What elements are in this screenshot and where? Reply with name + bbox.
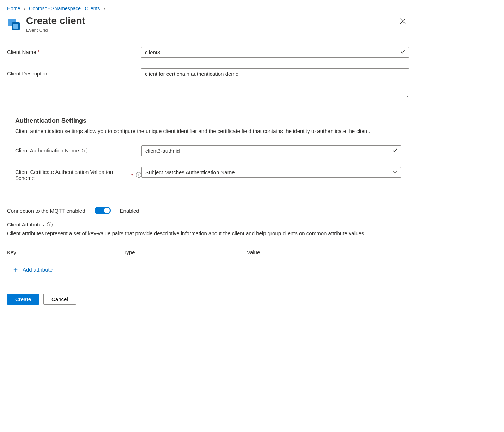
auth-name-input[interactable] [141, 145, 401, 156]
auth-section-title: Authentication Settings [15, 117, 401, 124]
validation-scheme-select[interactable]: Subject Matches Authentication Name [141, 167, 401, 178]
client-description-input[interactable]: client for cert chain authentication dem… [141, 68, 409, 97]
info-icon[interactable]: i [47, 222, 53, 227]
authentication-settings-section: Authentication Settings Client authentic… [7, 109, 409, 198]
close-button[interactable] [396, 15, 409, 28]
page-subtitle: Event Grid [26, 28, 85, 33]
add-attribute-button[interactable]: ＋ Add attribute [7, 266, 409, 273]
cancel-button[interactable]: Cancel [43, 294, 76, 305]
breadcrumb-namespace[interactable]: ContosoEGNamespace | Clients [29, 6, 100, 11]
validation-scheme-label: Client Certificate Authentication Valida… [15, 167, 141, 181]
page-title: Create client [26, 15, 85, 27]
info-icon[interactable]: i [136, 172, 141, 178]
attributes-header: Key Type Value [7, 249, 409, 255]
resource-icon [7, 17, 21, 31]
client-name-label: Client Name * [7, 47, 141, 55]
client-attributes-desc: Client attributes represent a set of key… [7, 230, 409, 237]
col-key: Key [7, 249, 123, 255]
mqtt-toggle[interactable] [95, 207, 111, 214]
info-icon[interactable]: i [82, 148, 87, 153]
breadcrumb: Home › ContosoEGNamespace | Clients › [7, 6, 409, 11]
col-type: Type [123, 249, 247, 255]
client-attributes-title: Client Attributes i [7, 221, 409, 227]
client-description-label: Client Description [7, 68, 141, 77]
breadcrumb-home[interactable]: Home [7, 6, 20, 11]
close-icon [400, 18, 406, 24]
plus-icon: ＋ [12, 266, 19, 273]
auth-section-desc: Client authentication settings allow you… [15, 127, 401, 135]
chevron-right-icon: › [24, 6, 25, 11]
more-actions-button[interactable]: ⋯ [90, 20, 103, 28]
svg-rect-2 [13, 24, 18, 29]
mqtt-label: Connection to the MQTT enabled [7, 208, 85, 214]
col-value: Value [247, 249, 409, 255]
footer: Create Cancel [7, 287, 409, 312]
mqtt-status: Enabled [120, 208, 139, 214]
create-button[interactable]: Create [7, 294, 39, 305]
auth-name-label: Client Authentication Name i [15, 145, 141, 153]
client-name-input[interactable] [141, 47, 409, 58]
chevron-right-icon: › [103, 6, 105, 11]
add-attribute-label: Add attribute [23, 267, 53, 273]
page-header: Create client Event Grid ⋯ [7, 15, 409, 33]
